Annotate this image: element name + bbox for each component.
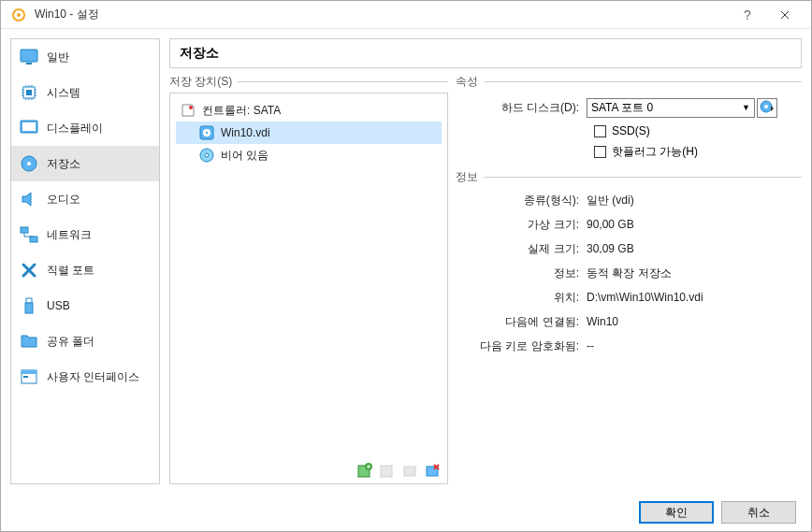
folder-icon [19, 332, 39, 351]
svg-rect-26 [404, 467, 415, 476]
cancel-button[interactable]: 취소 [721, 501, 796, 524]
sidebar-item-storage[interactable]: 저장소 [11, 146, 159, 181]
svg-rect-13 [25, 303, 33, 313]
storage-devices-panel: 저장 장치(S) 컨트롤러: SATA Win10.vdi 비어 있음 [169, 74, 448, 484]
hard-disk-port-select[interactable]: SATA 포트 0 ▼ [587, 98, 755, 118]
tree-label: 비어 있음 [221, 148, 268, 164]
svg-point-29 [764, 105, 768, 108]
add-controller-button[interactable] [355, 461, 374, 480]
sidebar-item-label: 저장소 [47, 156, 80, 172]
storage-tree[interactable]: 컨트롤러: SATA Win10.vdi 비어 있음 [169, 93, 448, 484]
ui-icon [19, 367, 39, 386]
sidebar-item-label: 오디오 [47, 192, 80, 208]
category-sidebar: 일반 시스템 디스플레이 저장소 오디오 네트워크 직렬 포트 USB [10, 38, 160, 484]
attached-label: 다음에 연결됨: [456, 314, 587, 330]
dialog-footer: 확인 취소 [1, 494, 811, 531]
window-title: Win10 - 설정 [35, 7, 99, 22]
sidebar-item-general[interactable]: 일반 [11, 39, 159, 75]
type-value: 일반 (vdi) [587, 193, 802, 208]
help-button[interactable]: ? [729, 2, 766, 28]
panel-header-label: 저장 장치(S) [169, 75, 238, 88]
page-title: 저장소 [169, 38, 802, 68]
network-icon [19, 225, 39, 244]
sidebar-item-serial[interactable]: 직렬 포트 [11, 252, 159, 288]
add-attachment-button[interactable] [400, 461, 419, 480]
main-panel: 저장소 저장 장치(S) 컨트롤러: SATA Win10.vdi [169, 38, 802, 484]
encrypted-label: 다음 키로 암호화됨: [456, 338, 587, 354]
type-label: 종류(형식): [456, 193, 587, 208]
sidebar-item-system[interactable]: 시스템 [11, 75, 159, 110]
panel-header-label: 속성 [456, 75, 484, 88]
close-button[interactable] [766, 2, 804, 28]
svg-rect-2 [21, 50, 37, 62]
svg-point-17 [189, 106, 193, 109]
sidebar-item-display[interactable]: 디스플레이 [11, 110, 159, 146]
svg-rect-5 [26, 90, 32, 95]
attached-value: Win10 [587, 315, 802, 328]
svg-rect-16 [23, 376, 28, 378]
cd-icon [198, 147, 215, 164]
hard-disk-label: 하드 디스크(D): [456, 100, 587, 116]
encrypted-value: -- [587, 339, 802, 352]
svg-rect-3 [26, 63, 32, 65]
svg-rect-10 [21, 227, 28, 233]
sidebar-item-audio[interactable]: 오디오 [11, 181, 159, 217]
sata-controller-icon [180, 102, 196, 119]
content-area: 일반 시스템 디스플레이 저장소 오디오 네트워크 직렬 포트 USB [1, 29, 811, 494]
sidebar-item-network[interactable]: 네트워크 [11, 217, 159, 252]
section-label: 정보 [456, 170, 484, 183]
screen-icon [19, 119, 39, 137]
sidebar-item-label: 디스플레이 [47, 121, 103, 137]
virtsize-label: 가상 크기: [456, 217, 587, 233]
chip-icon [19, 83, 39, 102]
svg-rect-7 [22, 122, 36, 131]
sidebar-item-label: 시스템 [47, 85, 80, 101]
tree-controller-row[interactable]: 컨트롤러: SATA [176, 99, 442, 122]
sidebar-item-label: 사용자 인터페이스 [47, 369, 139, 385]
sidebar-item-label: USB [47, 299, 70, 312]
svg-rect-15 [22, 370, 36, 374]
disk-icon [19, 154, 39, 173]
svg-rect-25 [381, 466, 392, 477]
chevron-down-icon: ▼ [742, 103, 750, 112]
tree-label: 컨트롤러: SATA [202, 103, 281, 119]
svg-point-1 [17, 13, 21, 17]
panel-header-devices: 저장 장치(S) [169, 74, 448, 89]
sidebar-item-label: 공유 폴더 [47, 334, 94, 350]
disk-chooser-button[interactable] [757, 98, 777, 118]
app-icon [8, 6, 29, 24]
speaker-icon [19, 190, 39, 208]
select-value: SATA 포트 0 [591, 100, 653, 116]
svg-point-22 [205, 153, 209, 157]
usb-icon [19, 296, 39, 315]
svg-point-9 [27, 162, 31, 165]
virtsize-value: 90,00 GB [587, 218, 802, 231]
sidebar-item-shared[interactable]: 공유 폴더 [11, 324, 159, 359]
ok-button[interactable]: 확인 [639, 501, 714, 524]
svg-rect-12 [26, 298, 32, 303]
ssd-checkbox[interactable] [594, 125, 606, 137]
attributes-panel: 속성 하드 디스크(D): SATA 포트 0 ▼ [456, 74, 802, 484]
panel-header-attrs: 속성 [456, 74, 802, 89]
remove-controller-button[interactable] [378, 461, 397, 480]
remove-attachment-button[interactable] [423, 461, 442, 480]
info-label: 정보: [456, 266, 587, 281]
realsize-value: 30,09 GB [587, 242, 802, 255]
hdd-icon [198, 124, 215, 141]
sidebar-item-label: 네트워크 [47, 227, 92, 243]
loc-value: D:\vm\Win10\Win10.vdi [587, 291, 802, 304]
button-label: 확인 [665, 505, 688, 521]
svg-point-20 [206, 132, 208, 134]
monitor-icon [19, 48, 39, 66]
sidebar-item-label: 일반 [47, 50, 69, 65]
info-section-header: 정보 [456, 169, 802, 185]
sidebar-item-usb[interactable]: USB [11, 288, 159, 324]
svg-rect-11 [30, 237, 37, 242]
tree-label: Win10.vdi [221, 126, 270, 139]
tree-empty-row[interactable]: 비어 있음 [176, 144, 442, 166]
sidebar-item-label: 직렬 포트 [47, 263, 94, 279]
tree-disk-row[interactable]: Win10.vdi [176, 122, 442, 144]
loc-label: 위치: [456, 290, 587, 306]
sidebar-item-ui[interactable]: 사용자 인터페이스 [11, 359, 159, 395]
hotplug-checkbox[interactable] [594, 146, 606, 158]
